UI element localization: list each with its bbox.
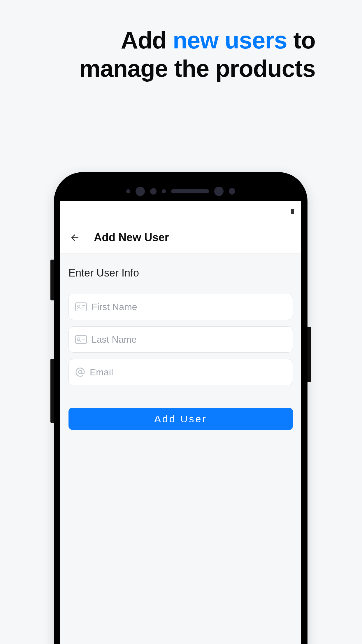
app-bar-title: Add New User bbox=[94, 231, 169, 244]
phone-device-frame: Add New User Enter User Info bbox=[54, 172, 307, 644]
user-card-icon bbox=[75, 302, 87, 311]
app-bar: Add New User bbox=[60, 222, 301, 254]
at-sign-icon bbox=[75, 367, 85, 377]
phone-sensor-dot bbox=[162, 189, 166, 193]
phone-sensor-dot bbox=[126, 189, 130, 193]
svg-rect-5 bbox=[75, 335, 87, 344]
marketing-headline: Add new users to manage the products bbox=[52, 26, 315, 83]
svg-point-9 bbox=[78, 370, 82, 374]
phone-power-button bbox=[307, 327, 311, 382]
svg-rect-1 bbox=[75, 303, 87, 311]
first-name-field-wrapper[interactable] bbox=[68, 294, 293, 320]
phone-speaker bbox=[171, 189, 209, 193]
email-input[interactable] bbox=[90, 367, 286, 378]
phone-volume-button bbox=[50, 260, 54, 300]
last-name-field-wrapper[interactable] bbox=[68, 326, 293, 353]
status-bar bbox=[60, 201, 301, 222]
email-field-wrapper[interactable] bbox=[68, 359, 293, 385]
phone-sensor-dot bbox=[229, 188, 235, 195]
last-name-input[interactable] bbox=[92, 334, 286, 345]
form-content: Enter User Info bbox=[60, 254, 301, 644]
phone-screen: Add New User Enter User Info bbox=[60, 201, 301, 644]
headline-accent: new users bbox=[173, 27, 287, 53]
svg-point-2 bbox=[78, 305, 80, 307]
first-name-input[interactable] bbox=[92, 302, 286, 312]
svg-point-6 bbox=[78, 338, 80, 340]
user-card-icon bbox=[75, 335, 87, 344]
back-button[interactable] bbox=[69, 232, 81, 244]
phone-camera-dot bbox=[136, 187, 145, 196]
section-title: Enter User Info bbox=[68, 267, 293, 279]
phone-camera-dot bbox=[214, 187, 224, 196]
phone-sensor-dot bbox=[150, 188, 157, 195]
phone-volume-button bbox=[50, 359, 54, 423]
phone-sensor-row bbox=[54, 187, 307, 196]
arrow-left-icon bbox=[70, 233, 80, 242]
headline-part1: Add bbox=[121, 27, 173, 53]
add-user-button[interactable]: Add User bbox=[68, 408, 293, 430]
